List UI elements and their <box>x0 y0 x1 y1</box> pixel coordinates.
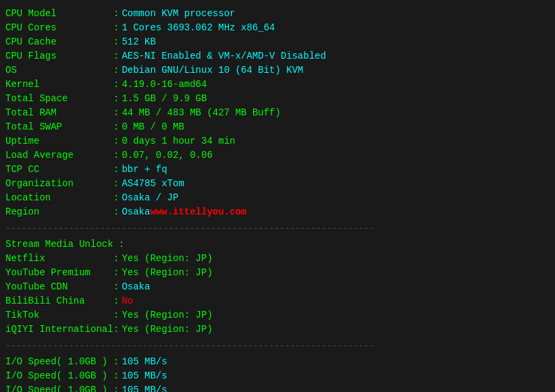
table-row: YouTube Premium:Yes (Region: JP) <box>5 266 550 280</box>
row-separator: : <box>113 63 119 78</box>
row-value: 0 days 1 hour 34 min <box>122 134 235 148</box>
row-value: 105 MB/s <box>122 355 167 369</box>
row-separator: : <box>113 106 119 120</box>
table-row: BiliBili China:No <box>5 294 550 308</box>
table-row: Total SWAP:0 MB / 0 MB <box>5 120 550 134</box>
row-value: 105 MB/s <box>122 383 167 392</box>
row-separator: : <box>113 294 119 308</box>
table-row: Location:Osaka / JP <box>5 191 550 205</box>
row-value: 0 MB / 0 MB <box>122 120 184 134</box>
row-label: TCP CC <box>5 163 113 177</box>
row-separator: : <box>113 35 119 49</box>
row-separator: : <box>113 134 119 148</box>
row-label: YouTube CDN <box>5 280 113 294</box>
watermark: www.ittellyou.com <box>150 205 246 219</box>
row-label: TikTok <box>5 308 113 323</box>
row-separator: : <box>113 205 119 219</box>
row-value: Osaka / JP <box>122 191 178 205</box>
row-separator: : <box>113 323 119 337</box>
table-row: OS:Debian GNU/Linux 10 (64 Bit) KVM <box>5 63 550 78</box>
divider-2: ----------------------------------------… <box>5 341 550 351</box>
row-separator: : <box>113 280 119 294</box>
row-label: CPU Flags <box>5 49 113 63</box>
row-label: Total SWAP <box>5 120 113 134</box>
row-value: 1.5 GB / 9.9 GB <box>122 92 207 106</box>
row-label: CPU Cores <box>5 21 113 35</box>
row-value: 105 MB/s <box>122 369 167 383</box>
row-label: Load Average <box>5 148 113 163</box>
table-row: CPU Flags:AES-NI Enabled & VM-x/AMD-V Di… <box>5 49 550 63</box>
row-label: OS <box>5 63 113 78</box>
system-rows: CPU Model:Common KVM processorCPU Cores:… <box>5 7 550 219</box>
table-row: CPU Model:Common KVM processor <box>5 7 550 21</box>
row-separator: : <box>113 7 119 21</box>
row-separator: : <box>113 177 119 191</box>
table-row: YouTube CDN:Osaka <box>5 280 550 294</box>
row-value: Yes (Region: JP) <box>122 266 212 280</box>
table-row: Netflix:Yes (Region: JP) <box>5 252 550 266</box>
table-row: iQIYI International:Yes (Region: JP) <box>5 323 550 337</box>
row-value: No <box>122 294 133 308</box>
table-row: TikTok:Yes (Region: JP) <box>5 308 550 323</box>
table-row: Total RAM:44 MB / 483 MB (427 MB Buff) <box>5 106 550 120</box>
row-separator: : <box>113 252 119 266</box>
row-label: YouTube Premium <box>5 266 113 280</box>
table-row: I/O Speed( 1.0GB ):105 MB/s <box>5 355 550 369</box>
table-row: Load Average:0.07, 0.02, 0.06 <box>5 148 550 163</box>
table-row: CPU Cache:512 KB <box>5 35 550 49</box>
row-separator: : <box>113 355 119 369</box>
row-label: Kernel <box>5 78 113 92</box>
row-label: iQIYI International <box>5 323 113 337</box>
row-value: 1 Cores 3693.062 MHz x86_64 <box>122 21 275 35</box>
row-separator: : <box>113 369 119 383</box>
row-label: Uptime <box>5 134 113 148</box>
table-row: Uptime:0 days 1 hour 34 min <box>5 134 550 148</box>
row-label: Region <box>5 205 113 219</box>
row-label: CPU Cache <box>5 35 113 49</box>
row-value: AS4785 xTom <box>122 177 184 191</box>
row-separator: : <box>113 120 119 134</box>
row-label: I/O Speed( 1.0GB ) <box>5 369 113 383</box>
row-separator: : <box>113 92 119 106</box>
table-row: I/O Speed( 1.0GB ):105 MB/s <box>5 369 550 383</box>
row-label: Total RAM <box>5 106 113 120</box>
row-separator: : <box>113 78 119 92</box>
row-value: Yes (Region: JP) <box>122 252 212 266</box>
row-separator: : <box>113 21 119 35</box>
table-row: I/O Speed( 1.0GB ):105 MB/s <box>5 383 550 392</box>
row-value: 0.07, 0.02, 0.06 <box>122 148 212 163</box>
row-separator: : <box>113 148 119 163</box>
row-value: Yes (Region: JP) <box>122 323 212 337</box>
table-row: TCP CC:bbr + fq <box>5 163 550 177</box>
row-value: Osaka <box>122 280 150 294</box>
row-label: CPU Model <box>5 7 113 21</box>
row-separator: : <box>113 49 119 63</box>
table-row: Region:Osaka www.ittellyou.com <box>5 205 550 219</box>
row-label: Organization <box>5 177 113 191</box>
row-value: Common KVM processor <box>122 7 235 21</box>
row-label: Location <box>5 191 113 205</box>
row-label: I/O Speed( 1.0GB ) <box>5 383 113 392</box>
info-table: CPU Model:Common KVM processorCPU Cores:… <box>5 7 550 392</box>
divider-1: ----------------------------------------… <box>5 223 550 233</box>
row-separator: : <box>113 308 119 323</box>
io-rows: I/O Speed( 1.0GB ):105 MB/sI/O Speed( 1.… <box>5 355 550 392</box>
row-value: Osaka <box>122 205 150 219</box>
row-separator: : <box>113 163 119 177</box>
row-label: Netflix <box>5 252 113 266</box>
row-label: Total Space <box>5 92 113 106</box>
row-value: Debian GNU/Linux 10 (64 Bit) KVM <box>122 63 303 78</box>
table-row: Organization:AS4785 xTom <box>5 177 550 191</box>
row-separator: : <box>113 383 119 392</box>
row-value: Yes (Region: JP) <box>122 308 212 323</box>
table-row: Kernel:4.19.0-16-amd64 <box>5 78 550 92</box>
row-value: bbr + fq <box>122 163 167 177</box>
stream-header: Stream Media Unlock : <box>5 237 550 252</box>
table-row: CPU Cores:1 Cores 3693.062 MHz x86_64 <box>5 21 550 35</box>
row-value: 4.19.0-16-amd64 <box>122 78 207 92</box>
row-label: I/O Speed( 1.0GB ) <box>5 355 113 369</box>
row-value: 44 MB / 483 MB (427 MB Buff) <box>122 106 280 120</box>
row-value: 512 KB <box>122 35 155 49</box>
stream-rows: Netflix:Yes (Region: JP)YouTube Premium:… <box>5 252 550 337</box>
row-value: AES-NI Enabled & VM-x/AMD-V Disabled <box>122 49 325 63</box>
